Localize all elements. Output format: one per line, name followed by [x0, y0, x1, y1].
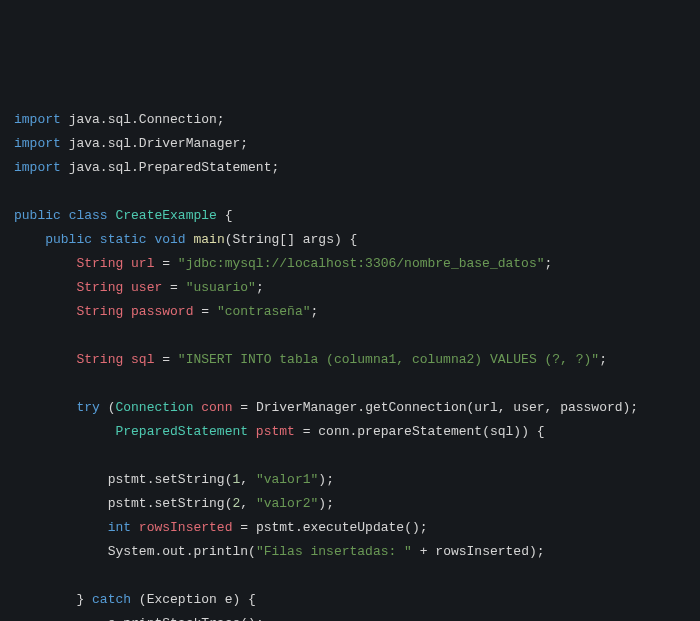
method-setstring: setString	[154, 496, 224, 511]
code-line: String user = "usuario";	[14, 280, 264, 295]
method-main: main	[194, 232, 225, 247]
code-line: } catch (Exception e) {	[14, 592, 256, 607]
op-eq: =	[193, 304, 216, 319]
op-eq: =	[154, 256, 177, 271]
code-line: PreparedStatement pstmt = conn.prepareSt…	[14, 424, 545, 439]
class-drivermanager: DriverManager	[256, 400, 357, 415]
code-line: public class CreateExample {	[14, 208, 232, 223]
call-args: (sql)) {	[482, 424, 544, 439]
package-path: java.sql.Connection	[69, 112, 217, 127]
keyword-catch: catch	[84, 592, 139, 607]
var-url: url	[131, 256, 154, 271]
paren-close: );	[318, 496, 334, 511]
var-conn-ref: conn	[318, 424, 349, 439]
call-args: ();	[240, 616, 263, 621]
method-setstring: setString	[154, 472, 224, 487]
semicolon: ;	[545, 256, 553, 271]
string-literal: "INSERT INTO tabla (columna1, columna2) …	[178, 352, 599, 367]
method-preparestatement: prepareStatement	[357, 424, 482, 439]
string-literal: "valor2"	[256, 496, 318, 511]
class-system: System	[108, 544, 155, 559]
call-args: ();	[404, 520, 427, 535]
paren: (	[248, 544, 256, 559]
paren-close: );	[318, 472, 334, 487]
keyword-class: class	[69, 208, 108, 223]
op-eq: =	[162, 280, 185, 295]
method-getconnection: getConnection	[365, 400, 466, 415]
semicolon: ;	[599, 352, 607, 367]
dot: .	[295, 520, 303, 535]
var-sql: sql	[131, 352, 154, 367]
keyword-try: try	[76, 400, 99, 415]
string-literal: "Filas insertadas: "	[256, 544, 412, 559]
package-path: java.sql.DriverManager	[69, 136, 241, 151]
method-printstacktrace: printStackTrace	[123, 616, 240, 621]
code-line: pstmt.setString(1, "valor1");	[14, 472, 334, 487]
code-line: pstmt.setString(2, "valor2");	[14, 496, 334, 511]
keyword-public: public	[45, 232, 92, 247]
keyword-static: static	[100, 232, 147, 247]
package-path: java.sql.PreparedStatement	[69, 160, 272, 175]
semicolon: ;	[271, 160, 279, 175]
type-string: String	[76, 304, 123, 319]
op-eq: =	[232, 400, 255, 415]
code-line: import java.sql.Connection;	[14, 112, 225, 127]
keyword-import: import	[14, 160, 61, 175]
var-conn: conn	[201, 400, 232, 415]
code-line: import java.sql.PreparedStatement;	[14, 160, 279, 175]
semicolon: ;	[311, 304, 319, 319]
op-eq: =	[154, 352, 177, 367]
type-preparedstatement: PreparedStatement	[115, 424, 248, 439]
code-line: public static void main(String[] args) {	[14, 232, 357, 247]
code-line: String url = "jdbc:mysql://localhost:330…	[14, 256, 552, 271]
type-string: String	[76, 280, 123, 295]
var-rowsinserted: rowsInserted	[139, 520, 233, 535]
semicolon: ;	[240, 136, 248, 151]
code-line: try (Connection conn = DriverManager.get…	[14, 400, 638, 415]
var-password: password	[131, 304, 193, 319]
code-block: import java.sql.Connection; import java.…	[14, 108, 686, 621]
op-eq: =	[295, 424, 318, 439]
keyword-int: int	[108, 520, 131, 535]
keyword-import: import	[14, 136, 61, 151]
keyword-public: public	[14, 208, 61, 223]
type-string: String	[76, 352, 123, 367]
var-user: user	[131, 280, 162, 295]
string-literal: "contraseña"	[217, 304, 311, 319]
method-println: println	[193, 544, 248, 559]
comma: ,	[240, 496, 256, 511]
string-literal: "valor1"	[256, 472, 318, 487]
type-string: String	[76, 256, 123, 271]
catch-sig: (Exception e) {	[139, 592, 256, 607]
brace: {	[217, 208, 233, 223]
method-sig: (String[] args) {	[225, 232, 358, 247]
code-line: System.out.println("Filas insertadas: " …	[14, 544, 545, 559]
comma: ,	[240, 472, 256, 487]
keyword-import: import	[14, 112, 61, 127]
code-line: String sql = "INSERT INTO tabla (columna…	[14, 352, 607, 367]
method-executeupdate: executeUpdate	[303, 520, 404, 535]
call-args: (url, user, password);	[467, 400, 639, 415]
code-line: e.printStackTrace();	[14, 616, 264, 621]
code-line: int rowsInserted = pstmt.executeUpdate()…	[14, 520, 428, 535]
string-literal: "jdbc:mysql://localhost:3306/nombre_base…	[178, 256, 545, 271]
code-line: String password = "contraseña";	[14, 304, 318, 319]
code-line: import java.sql.DriverManager;	[14, 136, 248, 151]
class-name: CreateExample	[115, 208, 216, 223]
string-literal: "usuario"	[186, 280, 256, 295]
type-connection: Connection	[115, 400, 193, 415]
dot: .	[357, 400, 365, 415]
var-pstmt-ref: pstmt	[256, 520, 295, 535]
var-pstmt-ref: pstmt	[108, 472, 147, 487]
field-out: out	[162, 544, 185, 559]
var-pstmt-ref: pstmt	[108, 496, 147, 511]
concat-expr: + rowsInserted);	[412, 544, 545, 559]
keyword-void: void	[154, 232, 185, 247]
op-eq: =	[232, 520, 255, 535]
var-pstmt: pstmt	[256, 424, 295, 439]
paren: (	[100, 400, 116, 415]
semicolon: ;	[256, 280, 264, 295]
semicolon: ;	[217, 112, 225, 127]
